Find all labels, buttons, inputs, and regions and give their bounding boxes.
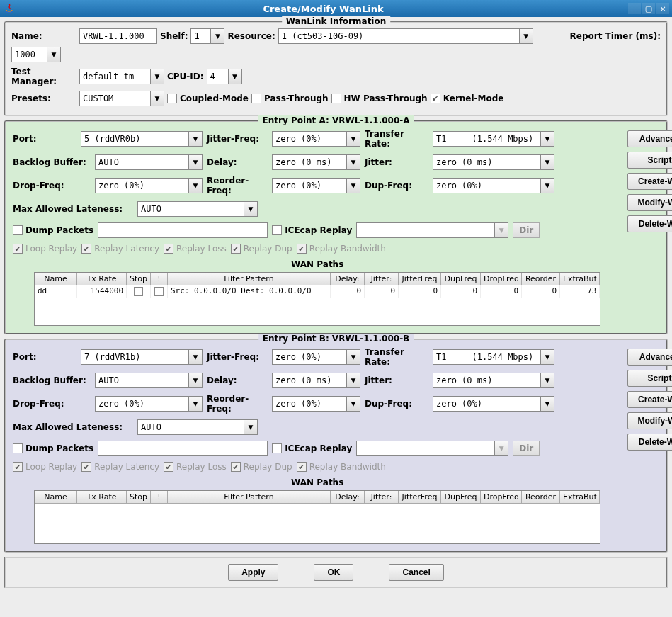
apply-button[interactable]: Apply — [228, 564, 278, 581]
ep-a-dropfreq-input[interactable] — [95, 178, 188, 193]
ep-b-ice-input — [356, 441, 494, 456]
shelf-dropdown[interactable]: ▼ — [210, 28, 224, 44]
ep-b-dupfreq-input[interactable] — [433, 396, 540, 412]
ep-a-advanced-button[interactable]: Advanced — [627, 130, 672, 147]
presets-dropdown[interactable]: ▼ — [150, 91, 164, 106]
ep-b-dump-input[interactable] — [98, 441, 268, 456]
ep-a-jitter-input[interactable] — [433, 154, 540, 170]
ep-a-delay-input[interactable] — [272, 154, 346, 170]
ep-b-delay-input[interactable] — [272, 373, 346, 388]
ep-a-loop-check: Loop Replay — [13, 244, 77, 254]
ep-a-ice-dropdown: ▼ — [494, 222, 508, 238]
ep-a-jfreq-dropdown[interactable]: ▼ — [346, 131, 360, 147]
ep-b-refreq-input[interactable] — [272, 396, 346, 412]
ep-a-refreq-dropdown[interactable]: ▼ — [346, 178, 360, 193]
ep-b-trate-input[interactable] — [433, 349, 540, 365]
ep-a-dropfreq-dropdown[interactable]: ▼ — [188, 178, 203, 193]
tm-dropdown[interactable]: ▼ — [150, 69, 164, 84]
ep-b-refreq-dropdown[interactable]: ▼ — [346, 396, 360, 412]
minimize-button[interactable]: − — [628, 3, 641, 14]
ep-b-backlog-input[interactable] — [95, 373, 188, 388]
ep-a-delay-dropdown[interactable]: ▼ — [346, 154, 360, 170]
cpu-label: CPU-ID: — [167, 72, 204, 81]
shelf-input[interactable] — [190, 28, 210, 44]
ep-a-ice-check[interactable]: ICEcap Replay — [272, 225, 352, 235]
ep-a-dump-input[interactable] — [98, 222, 268, 238]
ep-b-jfreq-dropdown[interactable]: ▼ — [346, 349, 360, 365]
resource-dropdown[interactable]: ▼ — [519, 28, 533, 44]
ep-b-backlog-dropdown[interactable]: ▼ — [188, 373, 203, 388]
window-title: Create/Modify WanLink — [18, 4, 628, 14]
cancel-button[interactable]: Cancel — [389, 564, 443, 581]
name-input[interactable] — [79, 28, 157, 44]
ep-b-jitter-dropdown[interactable]: ▼ — [540, 373, 554, 388]
ep-a-dir-button[interactable]: Dir — [513, 222, 540, 238]
pass-through-check[interactable]: Pass-Through — [251, 94, 329, 103]
ep-b-dupfreq-label: Dup-Freq: — [365, 399, 428, 409]
ep-a-jfreq-input[interactable] — [272, 131, 346, 147]
ep-a-dupfreq-input[interactable] — [433, 178, 540, 193]
ep-a-dupfreq-dropdown[interactable]: ▼ — [540, 178, 554, 193]
ep-b-dump-check[interactable]: Dump Packets — [13, 443, 93, 453]
ep-b-wanpaths-title: WAN Paths — [13, 477, 622, 487]
ep-a-table[interactable]: Name Tx Rate Stop ! Filter Pattern Delay… — [34, 272, 600, 326]
coupled-mode-check[interactable]: Coupled-Mode — [167, 94, 249, 103]
ok-button[interactable]: OK — [314, 564, 353, 581]
ep-b-maxlate-input[interactable] — [137, 419, 244, 435]
ep-a-port-dropdown[interactable]: ▼ — [188, 131, 203, 147]
hw-pass-through-check[interactable]: HW Pass-Through — [331, 94, 428, 103]
presets-input[interactable] — [79, 91, 150, 106]
ep-a-refreq-label: Reorder-Freq: — [207, 176, 268, 196]
ep-b-dropfreq-dropdown[interactable]: ▼ — [188, 396, 203, 412]
ep-b-port-input[interactable] — [81, 349, 188, 365]
ep-a-dump-check[interactable]: Dump Packets — [13, 225, 93, 235]
ep-b-jfreq-input[interactable] — [272, 349, 346, 365]
ep-a-port-input[interactable] — [81, 131, 188, 147]
tm-input[interactable] — [79, 69, 150, 84]
ep-a-backlog-input[interactable] — [95, 154, 188, 170]
kernel-mode-check[interactable]: Kernel-Mode — [431, 94, 504, 103]
ep-b-table[interactable]: Name Tx Rate Stop ! Filter Pattern Delay… — [34, 490, 600, 544]
ep-a-jfreq-label: Jitter-Freq: — [207, 134, 268, 144]
name-label: Name: — [11, 31, 76, 41]
report-input[interactable] — [11, 47, 47, 62]
ep-a-refreq-input[interactable] — [272, 178, 346, 193]
ep-b-dupfreq-dropdown[interactable]: ▼ — [540, 396, 554, 412]
close-button[interactable]: × — [656, 3, 669, 14]
ep-b-port-dropdown[interactable]: ▼ — [188, 349, 203, 365]
ep-b-advanced-button[interactable]: Advanced — [627, 349, 672, 366]
bang-check[interactable] — [154, 287, 164, 296]
ep-b-jitter-input[interactable] — [433, 373, 540, 388]
cpu-dropdown[interactable]: ▼ — [228, 69, 242, 84]
ep-a-maxlate-dropdown[interactable]: ▼ — [244, 201, 258, 217]
ep-a-create-wp-button[interactable]: Create-WP — [627, 173, 672, 190]
ep-a-modify-wp-button[interactable]: Modify-WP — [627, 194, 672, 211]
ep-a-trate-dropdown[interactable]: ▼ — [540, 131, 554, 147]
ep-b-ice-check[interactable]: ICEcap Replay — [272, 443, 352, 453]
cpu-input[interactable] — [207, 69, 228, 84]
ep-a-backlog-dropdown[interactable]: ▼ — [188, 154, 203, 170]
ep-b-script-button[interactable]: Script — [627, 370, 672, 387]
ep-a-script-button[interactable]: Script — [627, 152, 672, 169]
ep-b-modify-wp-button[interactable]: Modify-WP — [627, 412, 672, 429]
wanlink-info-group: WanLink Information Name: Shelf: ▼ Resou… — [4, 21, 668, 116]
ep-b-rloss-check: Replay Loss — [164, 462, 227, 472]
ep-b-delay-dropdown[interactable]: ▼ — [346, 373, 360, 388]
ep-b-delete-wp-button[interactable]: Delete-WP — [627, 434, 672, 451]
ep-b-trate-dropdown[interactable]: ▼ — [540, 349, 554, 365]
ep-b-maxlate-label: Max Allowed Lateness: — [13, 422, 133, 432]
ep-a-maxlate-input[interactable] — [137, 201, 244, 217]
resource-input[interactable] — [278, 28, 519, 44]
maximize-button[interactable]: ▢ — [642, 3, 655, 14]
report-dropdown[interactable]: ▼ — [47, 47, 61, 62]
ep-a-trate-input[interactable] — [433, 131, 540, 147]
ep-b-create-wp-button[interactable]: Create-WP — [627, 391, 672, 408]
ep-b-dir-button[interactable]: Dir — [513, 441, 540, 456]
ep-b-dropfreq-input[interactable] — [95, 396, 188, 412]
ep-b-maxlate-dropdown[interactable]: ▼ — [244, 419, 258, 435]
table-row[interactable]: dd 1544000 Src: 0.0.0.0/0 Dest: 0.0.0.0/… — [35, 285, 600, 298]
ep-a-delete-wp-button[interactable]: Delete-WP — [627, 215, 672, 232]
ep-a-jitter-dropdown[interactable]: ▼ — [540, 154, 554, 170]
java-icon — [3, 2, 16, 15]
stop-check[interactable] — [134, 287, 143, 296]
